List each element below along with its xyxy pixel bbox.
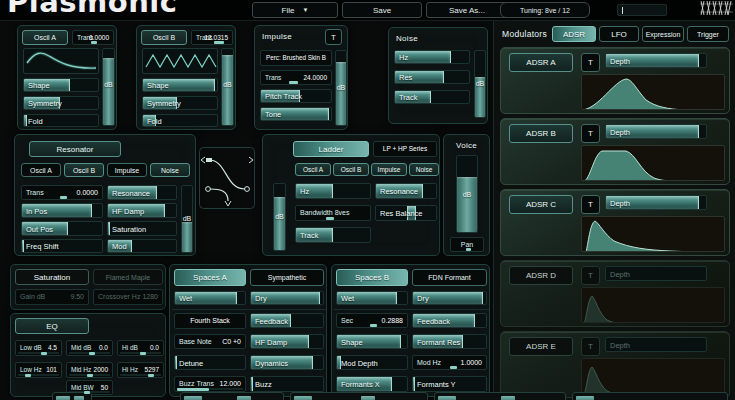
mod-slot[interactable] (290, 392, 428, 400)
voice-pan-box[interactable]: Pan (450, 237, 484, 252)
ladder-res-balance-slider[interactable]: Res Balance (375, 205, 437, 221)
tab-lfo[interactable]: LFO (599, 26, 639, 42)
adsr-d-button[interactable]: ADSR D (509, 266, 573, 285)
resonator-db-slider[interactable]: dB (181, 185, 193, 253)
adsr-e-button[interactable]: ADSR E (509, 337, 573, 356)
file-menu-button[interactable]: File ▼ (252, 2, 338, 18)
spaces-a-buzz-slider[interactable]: Buzz (250, 376, 324, 392)
spaces-a-detune-slider[interactable]: Detune (174, 355, 246, 370)
resonator-resonance-slider[interactable]: Resonance (107, 185, 177, 200)
spaces-a-hf-damp-slider[interactable]: HF Damp (250, 334, 324, 349)
spaces-b-shape-slider[interactable]: Shape (336, 334, 408, 349)
spaces-b-feedback-slider[interactable]: Feedback (412, 313, 487, 328)
spaces-a-dynamics-slider[interactable]: Dynamics (250, 355, 324, 370)
ladder-resonance-slider[interactable]: Resonance (375, 183, 437, 199)
spaces-a-title-button[interactable]: Spaces A (174, 269, 246, 286)
saturation-crossover-box[interactable]: Crossover Hz 1280 (93, 289, 163, 305)
oscil-a-symmetry-slider[interactable]: Symmetry (23, 96, 99, 110)
oscil-b-title-button[interactable]: Oscil B (141, 30, 187, 45)
tuning-button[interactable]: Tuning: 8ve / 12 (500, 2, 590, 18)
adsr-d-t-button[interactable]: T (581, 266, 600, 285)
resonator-mod-slider[interactable]: Mod (107, 239, 177, 253)
impulse-t-button[interactable]: T (325, 29, 342, 45)
spaces-a-dry-slider[interactable]: Dry (250, 291, 324, 305)
oscil-b-shape-slider[interactable]: Shape (142, 78, 218, 92)
ladder-track-slider[interactable]: Track (295, 227, 371, 243)
resonator-source-oscil-a[interactable]: Oscil A (21, 163, 61, 177)
noise-res-slider[interactable]: Res (394, 70, 470, 84)
adsr-c-depth-slider[interactable]: Depth (605, 195, 707, 210)
oscil-b-trans-box[interactable]: Trans 12.0315 (191, 30, 233, 45)
oscil-b-fold-slider[interactable]: Fold (142, 114, 218, 127)
adsr-c-button[interactable]: ADSR C (509, 195, 573, 214)
spaces-b-dry-slider[interactable]: Dry (412, 291, 487, 305)
ladder-source-oscil-b[interactable]: Oscil B (333, 163, 369, 176)
impulse-db-slider[interactable]: dB (335, 50, 347, 126)
resonator-freq-shift-slider[interactable]: Freq Shift (21, 239, 103, 253)
resonator-source-impulse[interactable]: Impulse (107, 163, 147, 177)
noise-hz-slider[interactable]: Hz (394, 50, 470, 64)
adsr-d-depth-slider[interactable]: Depth (605, 266, 707, 281)
resonator-source-oscil-b[interactable]: Oscil B (64, 163, 104, 177)
saturation-title-button[interactable]: Saturation (15, 269, 89, 285)
spaces-b-title-button[interactable]: Spaces B (336, 269, 408, 286)
tab-trigger[interactable]: Trigger (687, 26, 729, 42)
spaces-b-wet-slider[interactable]: Wet (336, 291, 408, 305)
adsr-e-t-button[interactable]: T (581, 337, 600, 356)
status-display[interactable] (617, 4, 667, 16)
saturation-gain-box[interactable]: Gain dB 9.50 (15, 289, 89, 305)
ladder-db-slider[interactable]: dB (273, 183, 286, 251)
save-as-button[interactable]: Save As... (426, 2, 508, 18)
spaces-a-type-selector[interactable]: Sympathetic (250, 269, 324, 286)
resonator-trans-box[interactable]: Trans 0.0000 (21, 185, 103, 200)
adsr-a-t-button[interactable]: T (581, 53, 600, 72)
eq-low-hz-box[interactable]: Low Hz101 (15, 362, 62, 378)
eq-hi-hz-box[interactable]: Hi Hz5297 (117, 362, 164, 378)
adsr-e-depth-slider[interactable]: Depth (605, 337, 707, 352)
eq-title-button[interactable]: EQ (15, 318, 89, 334)
impulse-pitch-track-slider[interactable]: Pitch Track (260, 89, 332, 103)
adsr-c-t-button[interactable]: T (581, 195, 600, 214)
resonator-out-pos-slider[interactable]: Out Pos (21, 221, 103, 236)
resonator-in-pos-slider[interactable]: In Pos (21, 203, 103, 218)
spaces-b-mod-depth-slider[interactable]: Mod Depth (336, 355, 408, 370)
routing-display[interactable] (199, 147, 255, 209)
noise-track-slider[interactable]: Track (394, 90, 470, 104)
resonator-title-button[interactable]: Resonator (29, 141, 121, 157)
mod-slot[interactable] (434, 392, 566, 400)
resonator-saturation-slider[interactable]: Saturation (107, 221, 177, 236)
adsr-a-depth-slider[interactable]: Depth (605, 53, 707, 68)
oscil-a-shape-slider[interactable]: Shape (23, 78, 99, 92)
oscil-a-trans-box[interactable]: Trans 0.0000 (72, 30, 114, 45)
spaces-b-formants-y-slider[interactable]: Formants Y (412, 376, 487, 392)
spaces-b-sec-box[interactable]: Sec 0.2888 (336, 313, 408, 328)
spaces-b-type-selector[interactable]: FDN Formant (412, 269, 487, 286)
ladder-source-noise[interactable]: Noise (409, 163, 439, 176)
ladder-source-impulse[interactable]: Impulse (371, 163, 407, 176)
save-button[interactable]: Save (342, 2, 422, 18)
ladder-source-oscil-a[interactable]: Oscil A (295, 163, 331, 176)
spaces-a-feedback-slider[interactable]: Feedback (250, 313, 324, 328)
spaces-a-wet-slider[interactable]: Wet (174, 291, 246, 305)
oscil-b-symmetry-slider[interactable]: Symmetry (142, 96, 218, 110)
adsr-a-button[interactable]: ADSR A (509, 53, 573, 72)
spaces-b-mod-hz-box[interactable]: Mod Hz 1.0000 (412, 355, 487, 370)
impulse-tone-slider[interactable]: Tone (260, 107, 332, 121)
adsr-b-t-button[interactable]: T (581, 124, 600, 143)
spaces-b-formant-res-slider[interactable]: Formant Res (412, 334, 487, 349)
oscil-a-title-button[interactable]: Oscil A (22, 30, 68, 45)
ladder-hz-slider[interactable]: Hz (295, 183, 371, 199)
eq-mid-db-box[interactable]: Mid dB0.0 (66, 340, 113, 356)
mod-slot[interactable] (572, 392, 728, 400)
impulse-preset-selector[interactable]: Perc: Brushed Skin B (260, 50, 332, 66)
mod-slot[interactable] (180, 392, 284, 400)
spaces-a-stack-selector[interactable]: Fourth Stack (174, 313, 246, 329)
oscil-a-fold-slider[interactable]: Fold (23, 114, 99, 127)
spaces-a-base-note-box[interactable]: Base Note C0 +0 (174, 334, 246, 349)
resonator-source-noise[interactable]: Noise (150, 163, 190, 177)
adsr-b-button[interactable]: ADSR B (509, 124, 573, 143)
eq-mid-hz-box[interactable]: Mid Hz2000 (66, 362, 113, 378)
spaces-b-formants-x-slider[interactable]: Formants X (336, 376, 408, 392)
spaces-a-buzz-trans-box[interactable]: Buzz Trans 12.000 (174, 376, 246, 392)
ladder-title-button[interactable]: Ladder (293, 141, 369, 157)
